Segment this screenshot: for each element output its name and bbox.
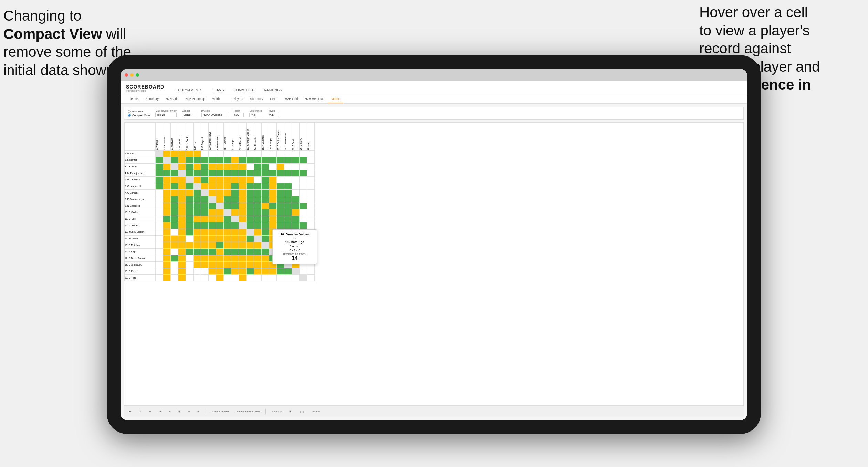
cell-8-16[interactable] [277, 203, 284, 209]
cell-10-17[interactable] [284, 216, 292, 222]
tab-matrix1[interactable]: Matrix [209, 95, 224, 103]
cell-14-9[interactable] [224, 242, 231, 249]
cell-14-5[interactable] [194, 242, 201, 249]
cell-7-17[interactable] [284, 196, 292, 203]
cell-16-10[interactable] [231, 255, 239, 262]
cell-13-6[interactable] [201, 236, 209, 242]
cell-18-3[interactable] [178, 268, 186, 275]
cell-2-17[interactable] [284, 164, 292, 170]
cell-0-0[interactable] [156, 151, 163, 157]
cell-0-8[interactable] [216, 151, 224, 157]
cell-7-15[interactable] [269, 196, 277, 203]
cell-7-0[interactable] [156, 196, 163, 203]
cell-8-18[interactable] [292, 203, 300, 209]
cell-3-18[interactable] [292, 170, 300, 177]
cell-2-0[interactable] [156, 164, 163, 170]
cell-4-2[interactable] [171, 177, 178, 183]
cell-7-20[interactable] [307, 196, 315, 203]
nav-rankings[interactable]: RANKINGS [259, 86, 287, 95]
cell-7-7[interactable] [209, 196, 216, 203]
tab-detail[interactable]: Detail [267, 95, 282, 103]
cell-3-0[interactable] [156, 170, 163, 177]
cell-5-0[interactable] [156, 183, 163, 190]
cell-2-14[interactable] [262, 164, 269, 170]
cell-17-7[interactable] [209, 262, 216, 268]
cell-6-1[interactable] [163, 190, 171, 196]
cell-4-19[interactable] [300, 177, 307, 183]
cell-11-15[interactable] [269, 222, 277, 229]
cell-11-20[interactable] [307, 222, 315, 229]
cell-0-2[interactable] [171, 151, 178, 157]
cell-19-5[interactable] [194, 275, 201, 281]
cell-14-12[interactable] [247, 242, 254, 249]
cell-19-19[interactable] [300, 275, 307, 281]
cell-10-5[interactable] [194, 216, 201, 222]
cell-7-13[interactable] [254, 196, 262, 203]
cell-19-18[interactable] [292, 275, 300, 281]
cell-16-9[interactable] [224, 255, 231, 262]
cell-18-1[interactable] [163, 268, 171, 275]
cell-9-2[interactable] [171, 209, 178, 216]
cell-13-14[interactable] [262, 236, 269, 242]
cell-12-2[interactable] [171, 229, 178, 236]
forward-button[interactable]: ⇧ [137, 409, 143, 414]
cell-10-15[interactable] [269, 216, 277, 222]
cell-2-7[interactable] [209, 164, 216, 170]
nav-tournaments[interactable]: TOURNAMENTS [171, 86, 207, 95]
cell-1-11[interactable] [239, 157, 247, 164]
cell-19-12[interactable] [247, 275, 254, 281]
cell-15-10[interactable] [231, 249, 239, 255]
cell-13-4[interactable] [186, 236, 194, 242]
cell-3-7[interactable] [209, 170, 216, 177]
undo-button[interactable]: ↩ [127, 409, 133, 414]
cell-17-14[interactable] [262, 262, 269, 268]
cell-6-9[interactable] [224, 190, 231, 196]
cell-9-4[interactable] [186, 209, 194, 216]
tab-teams[interactable]: Teams [126, 95, 142, 103]
cell-1-5[interactable] [194, 157, 201, 164]
view-original-button[interactable]: View: Original [210, 409, 230, 414]
cell-9-20[interactable] [307, 209, 315, 216]
cell-2-1[interactable] [163, 164, 171, 170]
cell-11-19[interactable] [300, 222, 307, 229]
cell-3-6[interactable] [201, 170, 209, 177]
cell-19-4[interactable] [186, 275, 194, 281]
cell-12-11[interactable] [239, 229, 247, 236]
cell-12-12[interactable] [247, 229, 254, 236]
cell-7-4[interactable] [186, 196, 194, 203]
cell-13-1[interactable] [163, 236, 171, 242]
cell-3-2[interactable] [171, 170, 178, 177]
cell-17-4[interactable] [186, 262, 194, 268]
cell-10-7[interactable] [209, 216, 216, 222]
cell-17-13[interactable] [254, 262, 262, 268]
cell-4-0[interactable] [156, 177, 163, 183]
cell-2-16[interactable] [277, 164, 284, 170]
cell-0-10[interactable] [231, 151, 239, 157]
cell-9-8[interactable] [216, 209, 224, 216]
cell-1-17[interactable] [284, 157, 292, 164]
cell-3-17[interactable] [284, 170, 292, 177]
cell-1-6[interactable] [201, 157, 209, 164]
cell-1-12[interactable] [247, 157, 254, 164]
cell-11-4[interactable] [186, 222, 194, 229]
cell-4-6[interactable] [201, 177, 209, 183]
cell-5-10[interactable] [231, 183, 239, 190]
cell-0-15[interactable] [269, 151, 277, 157]
cell-19-11[interactable] [239, 275, 247, 281]
cell-12-10[interactable] [231, 229, 239, 236]
cell-17-2[interactable] [171, 262, 178, 268]
cell-14-8[interactable] [216, 242, 224, 249]
cell-2-12[interactable] [247, 164, 254, 170]
cell-19-15[interactable] [269, 275, 277, 281]
cell-11-17[interactable] [284, 222, 292, 229]
cell-6-12[interactable] [247, 190, 254, 196]
cell-8-17[interactable] [284, 203, 292, 209]
cell-9-6[interactable] [201, 209, 209, 216]
cell-1-8[interactable] [216, 157, 224, 164]
cell-11-16[interactable] [277, 222, 284, 229]
cell-18-20[interactable] [307, 268, 315, 275]
cell-5-6[interactable] [201, 183, 209, 190]
cell-4-10[interactable] [231, 177, 239, 183]
cell-9-11[interactable] [239, 209, 247, 216]
cell-10-6[interactable] [201, 216, 209, 222]
